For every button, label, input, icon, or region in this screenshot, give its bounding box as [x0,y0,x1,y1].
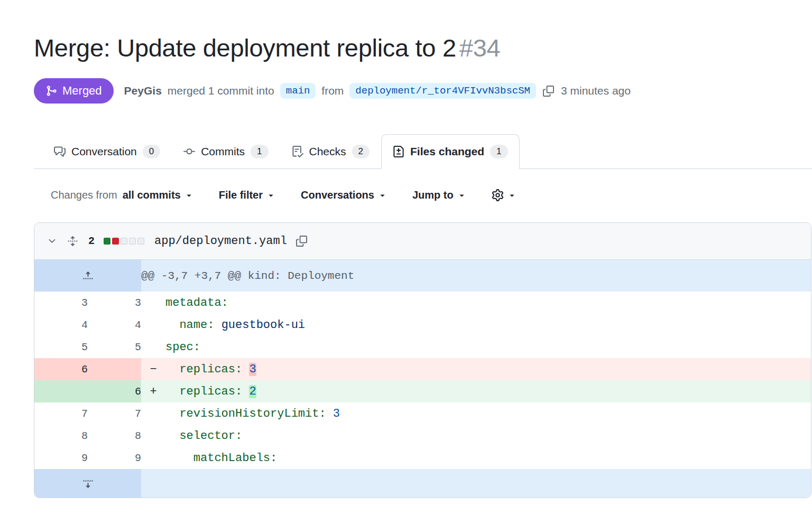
code-token [165,452,193,465]
code-token: 3 [333,407,340,420]
jump-to-dropdown[interactable]: Jump to [412,189,466,201]
tab-conversation[interactable]: Conversation 0 [42,134,172,169]
file-header: 2 app/deployment.yaml [34,223,811,260]
diff-line-context: 55spec: [34,336,811,358]
code-token [165,363,179,376]
code-token: revisionHistoryLimit: [179,407,326,420]
gear-icon [492,189,504,201]
pr-header: Merge: Update deployment replica to 2#34… [34,33,778,104]
git-commit-icon [183,146,195,157]
tab-counter: 1 [251,145,268,158]
code-token: selector: [179,429,242,443]
changes-from-dropdown[interactable]: Changes from all commits [51,189,193,201]
neutral-diff-square [121,238,127,245]
neutral-diff-square [137,238,144,245]
code-token [242,385,249,398]
base-branch-label[interactable]: main [280,83,316,99]
head-branch-label[interactable]: deployment/r_tor4VFIvvN3bscSM [349,83,536,99]
new-line-number[interactable]: 4 [88,314,141,336]
old-line-number[interactable]: 7 [34,402,88,425]
code-token: name: [179,318,214,332]
conversations-dropdown[interactable]: Conversations [301,189,387,201]
changes-from-prefix: Changes from [51,189,117,201]
diff-line-context: 99 matchLabels: [34,447,811,469]
code-token [165,429,179,443]
old-line-number[interactable]: 5 [34,336,88,358]
chevron-down-icon [457,191,466,200]
diff-file-box: 2 app/deployment.yaml @@ -3,7 +3,7 @@ ki… [34,222,811,498]
expand-down-button[interactable] [34,469,141,498]
byline-from-text: from [321,85,344,97]
comment-discussion-icon [54,146,66,157]
copy-icon [543,86,554,97]
old-line-number[interactable]: 3 [34,292,88,314]
pr-tabs: Conversation 0 Commits 1 Checks 2 Files … [34,134,812,169]
expand-up-button[interactable] [34,260,141,292]
diff-line-context: 33metadata: [34,292,811,314]
code-token [214,318,221,332]
code-token: 2 [249,385,256,398]
expander-row [34,469,811,498]
neutral-diff-square [129,238,136,245]
diff-blocks [104,238,144,245]
file-filter-dropdown[interactable]: File filter [219,189,275,201]
diff-line-deletion: 6− replicas: 3 [34,358,811,380]
tab-label: Checks [309,145,346,158]
new-line-number[interactable]: 9 [88,447,141,469]
new-line-number[interactable]: 5 [88,336,141,358]
jump-to-label: Jump to [412,189,454,201]
old-line-number[interactable] [34,380,88,402]
diff-line-context: 88 selector: [34,425,811,447]
old-line-number[interactable]: 8 [34,425,88,447]
code-line: − replicas: 3 [141,358,811,380]
git-merge-icon [45,85,57,97]
code-token: metadata: [165,296,228,310]
collapse-file-button[interactable] [46,235,58,247]
hunk-header-text: @@ -3,7 +3,7 @@ kind: Deployment [141,260,811,292]
new-line-number[interactable]: 8 [88,425,141,447]
diff-sign: + [141,385,165,398]
chevron-down-icon [266,191,275,200]
author-link[interactable]: PeyGis [124,85,162,97]
pr-title: Merge: Update deployment replica to 2#34 [34,33,778,63]
pr-meta-row: Merged PeyGis merged 1 commit into main … [34,78,778,104]
pr-number: #34 [459,34,501,62]
chevron-down-icon [47,236,57,246]
tab-counter: 1 [490,145,508,158]
tab-files-changed[interactable]: Files changed 1 [381,134,520,169]
copy-branch-button[interactable] [542,85,555,98]
new-line-number[interactable] [88,358,141,380]
new-line-number[interactable]: 3 [88,292,141,314]
tab-counter: 0 [143,145,160,158]
code-token: replicas: [179,385,242,398]
tab-commits[interactable]: Commits 1 [172,134,280,169]
copy-file-path-button[interactable] [295,235,308,248]
fold-down-icon [82,478,94,489]
old-line-number[interactable]: 4 [34,314,88,336]
hunk-section: @@ -3,7 +3,7 @@ kind: Deployment [34,260,811,292]
expand-all-button[interactable] [66,235,79,248]
expander-section [34,469,811,498]
diff-line-rows: 33metadata:44 name: guestbook-ui55spec:6… [34,292,811,469]
code-line: metadata: [141,292,811,314]
code-line: matchLabels: [141,447,811,469]
old-line-number[interactable]: 6 [34,358,88,380]
pr-title-text: Merge: Update deployment replica to 2 [34,34,456,62]
pr-byline: PeyGis merged 1 commit into main from de… [124,83,631,99]
code-token: spec: [165,341,200,354]
checklist-icon [292,146,303,157]
file-name-link[interactable]: app/deployment.yaml [154,235,287,248]
code-line: + replicas: 2 [141,380,811,402]
merged-timestamp: 3 minutes ago [561,85,631,97]
added-diff-square [104,238,110,245]
new-line-number[interactable]: 7 [88,402,141,425]
old-line-number[interactable]: 9 [34,447,88,469]
code-line: spec: [141,336,811,358]
new-line-number[interactable]: 6 [88,380,141,402]
code-token: replicas: [179,363,242,376]
tab-checks[interactable]: Checks 2 [280,134,382,169]
file-diff-icon [393,146,404,157]
diff-settings-dropdown[interactable] [492,189,516,201]
merged-status-badge: Merged [34,78,114,104]
tab-label: Conversation [71,145,137,158]
